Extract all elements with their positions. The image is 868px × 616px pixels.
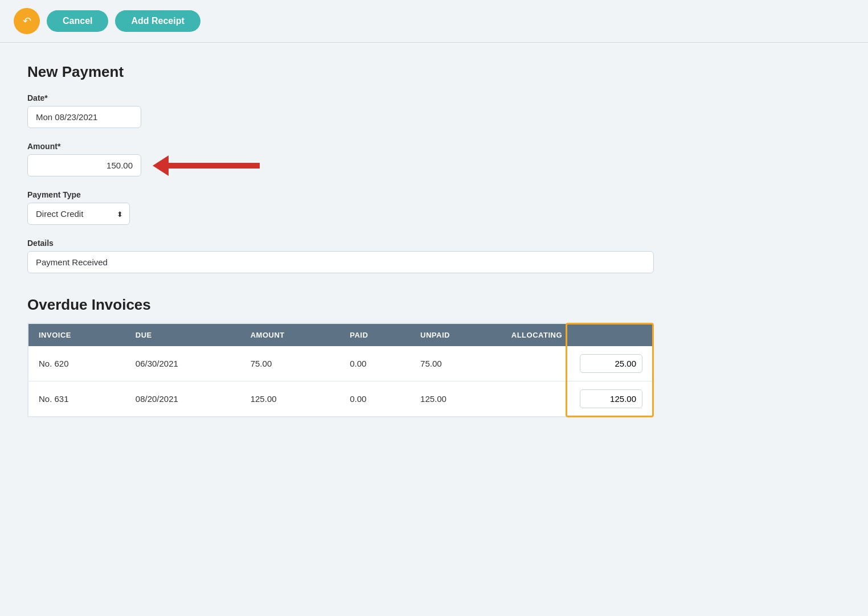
cell-paid-1: 0.00 bbox=[339, 346, 410, 381]
cell-allocating-1 bbox=[501, 346, 653, 381]
amount-field-group: Amount* bbox=[27, 142, 713, 176]
details-field-group: Details bbox=[27, 239, 713, 273]
back-icon: ↶ bbox=[23, 15, 31, 27]
col-paid-header: PAID bbox=[339, 323, 410, 346]
arrow-shaft bbox=[169, 163, 260, 169]
table-wrapper: INVOICE DUE AMOUNT PAID UNPAID ALLOCATIN… bbox=[27, 323, 654, 417]
cell-allocating-2 bbox=[501, 381, 653, 417]
col-allocating-header: ALLOCATING bbox=[501, 323, 653, 346]
red-arrow-indicator bbox=[153, 155, 260, 176]
cell-invoice-1: No. 620 bbox=[28, 346, 125, 381]
table-body: No. 620 06/30/2021 75.00 0.00 75.00 No. … bbox=[28, 346, 653, 417]
date-field-group: Date* bbox=[27, 93, 713, 128]
allocating-input-2[interactable] bbox=[580, 389, 642, 408]
col-unpaid-header: UNPAID bbox=[410, 323, 501, 346]
cell-paid-2: 0.00 bbox=[339, 381, 410, 417]
header-row: INVOICE DUE AMOUNT PAID UNPAID ALLOCATIN… bbox=[28, 323, 653, 346]
back-button[interactable]: ↶ bbox=[14, 8, 40, 34]
main-content: New Payment Date* Amount* Payment Type D… bbox=[0, 43, 740, 440]
allocating-input-1[interactable] bbox=[580, 354, 642, 373]
top-bar: ↶ Cancel Add Receipt bbox=[0, 0, 868, 43]
details-input[interactable] bbox=[27, 251, 654, 273]
table-header: INVOICE DUE AMOUNT PAID UNPAID ALLOCATIN… bbox=[28, 323, 653, 346]
payment-type-select-wrapper: Direct Credit Cash Check Credit Card ⬍ bbox=[27, 203, 130, 225]
cell-unpaid-2: 125.00 bbox=[410, 381, 501, 417]
col-amount-header: AMOUNT bbox=[240, 323, 340, 346]
overdue-invoices-section: Overdue Invoices INVOICE DUE AMOUNT PAID… bbox=[27, 296, 713, 420]
table-row: No. 631 08/20/2021 125.00 0.00 125.00 bbox=[28, 381, 653, 417]
arrow-head bbox=[153, 155, 169, 176]
payment-type-label: Payment Type bbox=[27, 190, 713, 199]
amount-wrapper bbox=[27, 154, 713, 176]
cell-invoice-2: No. 631 bbox=[28, 381, 125, 417]
cell-unpaid-1: 75.00 bbox=[410, 346, 501, 381]
amount-input[interactable] bbox=[27, 154, 141, 176]
amount-label: Amount* bbox=[27, 142, 713, 151]
cell-due-2: 08/20/2021 bbox=[125, 381, 240, 417]
payment-type-select[interactable]: Direct Credit Cash Check Credit Card bbox=[27, 203, 130, 225]
overdue-invoices-title: Overdue Invoices bbox=[27, 296, 713, 314]
cancel-button[interactable]: Cancel bbox=[47, 10, 108, 32]
details-label: Details bbox=[27, 239, 713, 248]
payment-type-field-group: Payment Type Direct Credit Cash Check Cr… bbox=[27, 190, 713, 225]
page-title: New Payment bbox=[27, 63, 713, 81]
date-input[interactable] bbox=[27, 106, 141, 128]
table-row: No. 620 06/30/2021 75.00 0.00 75.00 bbox=[28, 346, 653, 381]
date-label: Date* bbox=[27, 93, 713, 102]
col-due-header: DUE bbox=[125, 323, 240, 346]
col-invoice-header: INVOICE bbox=[28, 323, 125, 346]
cell-amount-1: 75.00 bbox=[240, 346, 340, 381]
add-receipt-button[interactable]: Add Receipt bbox=[115, 10, 200, 32]
invoices-table: INVOICE DUE AMOUNT PAID UNPAID ALLOCATIN… bbox=[27, 323, 654, 417]
cell-amount-2: 125.00 bbox=[240, 381, 340, 417]
cell-due-1: 06/30/2021 bbox=[125, 346, 240, 381]
